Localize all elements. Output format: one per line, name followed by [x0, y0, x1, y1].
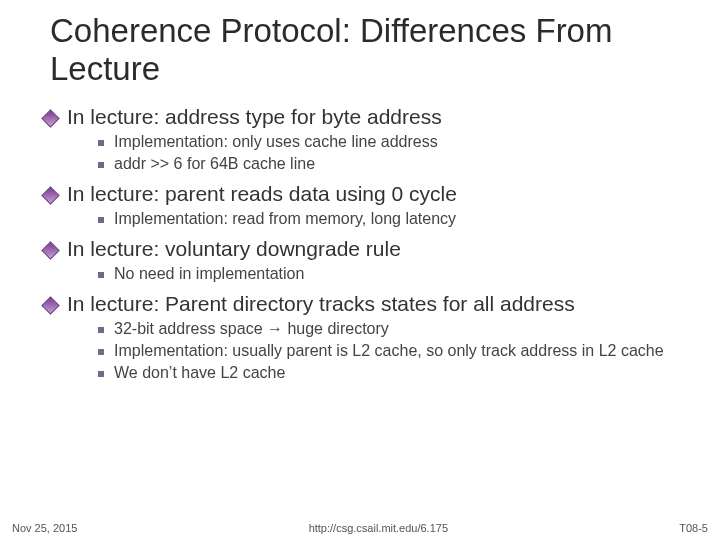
bullet-level1: In lecture: Parent directory tracks stat… — [42, 291, 684, 384]
sub-bullet-text: We don’t have L2 cache — [114, 363, 285, 384]
diamond-icon — [41, 241, 59, 259]
diamond-icon — [41, 296, 59, 314]
sub-list: 32-bit address space → huge directory Im… — [98, 319, 684, 383]
bullet-row: In lecture: address type for byte addres… — [42, 104, 684, 130]
square-icon — [98, 140, 104, 146]
square-icon — [98, 349, 104, 355]
sub-list: Implementation: only uses cache line add… — [98, 132, 684, 175]
bullet-text: In lecture: Parent directory tracks stat… — [67, 291, 575, 317]
sub-bullet-text: addr >> 6 for 64B cache line — [114, 154, 315, 175]
bullet-level1: In lecture: voluntary downgrade rule No … — [42, 236, 684, 285]
sub-bullet-row: addr >> 6 for 64B cache line — [98, 154, 684, 175]
sub-bullet-text: No need in implementation — [114, 264, 304, 285]
slide: Coherence Protocol: Differences From Lec… — [0, 0, 720, 540]
sub-bullet-row: Implementation: usually parent is L2 cac… — [98, 341, 684, 362]
square-icon — [98, 217, 104, 223]
footer-url: http://csg.csail.mit.edu/6.175 — [77, 522, 679, 534]
bullet-level1: In lecture: parent reads data using 0 cy… — [42, 181, 684, 230]
footer-date: Nov 25, 2015 — [12, 522, 77, 534]
bullet-row: In lecture: voluntary downgrade rule — [42, 236, 684, 262]
sub-bullet-text: Implementation: usually parent is L2 cac… — [114, 341, 664, 362]
bullet-text: In lecture: parent reads data using 0 cy… — [67, 181, 457, 207]
sub-bullet-row: Implementation: only uses cache line add… — [98, 132, 684, 153]
sub-list: No need in implementation — [98, 264, 684, 285]
bullet-text: In lecture: address type for byte addres… — [67, 104, 442, 130]
square-icon — [98, 371, 104, 377]
sub-bullet-text: 32-bit address space → huge directory — [114, 319, 389, 340]
diamond-icon — [41, 186, 59, 204]
sub-bullet-row: No need in implementation — [98, 264, 684, 285]
bullet-text: In lecture: voluntary downgrade rule — [67, 236, 401, 262]
footer-page: T08-5 — [679, 522, 708, 534]
bullet-level1: In lecture: address type for byte addres… — [42, 104, 684, 175]
square-icon — [98, 162, 104, 168]
square-icon — [98, 327, 104, 333]
square-icon — [98, 272, 104, 278]
bullet-row: In lecture: parent reads data using 0 cy… — [42, 181, 684, 207]
sub-bullet-text: Implementation: read from memory, long l… — [114, 209, 456, 230]
sub-bullet-row: 32-bit address space → huge directory — [98, 319, 684, 340]
sub-list: Implementation: read from memory, long l… — [98, 209, 684, 230]
slide-title: Coherence Protocol: Differences From Lec… — [36, 12, 684, 88]
diamond-icon — [41, 109, 59, 127]
sub-bullet-row: We don’t have L2 cache — [98, 363, 684, 384]
footer: Nov 25, 2015 http://csg.csail.mit.edu/6.… — [0, 522, 720, 534]
sub-bullet-row: Implementation: read from memory, long l… — [98, 209, 684, 230]
bullet-row: In lecture: Parent directory tracks stat… — [42, 291, 684, 317]
sub-bullet-text: Implementation: only uses cache line add… — [114, 132, 438, 153]
